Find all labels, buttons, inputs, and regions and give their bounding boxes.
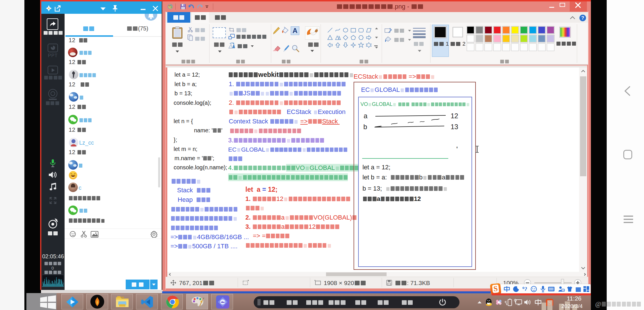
svg-text:31: 31 [562, 289, 565, 291]
